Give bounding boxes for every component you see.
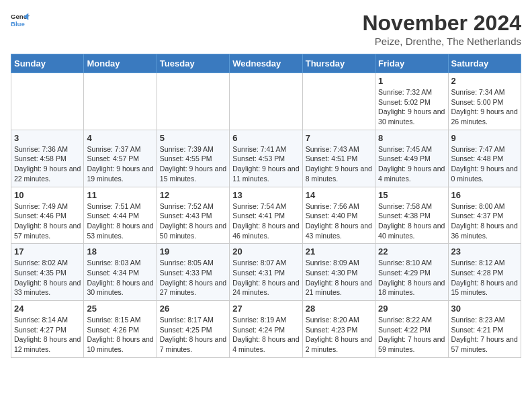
calendar-cell: 6Sunrise: 7:41 AM Sunset: 4:53 PM Daylig… [230, 130, 302, 187]
day-number: 30 [451, 304, 518, 314]
calendar-cell: 3Sunrise: 7:36 AM Sunset: 4:58 PM Daylig… [11, 130, 84, 187]
day-info: Sunrise: 7:56 AM Sunset: 4:40 PM Dayligh… [306, 201, 372, 241]
calendar-cell: 13Sunrise: 7:54 AM Sunset: 4:41 PM Dayli… [230, 187, 302, 244]
day-number: 13 [232, 190, 299, 200]
day-info: Sunrise: 7:39 AM Sunset: 4:55 PM Dayligh… [160, 144, 226, 184]
day-info: Sunrise: 7:43 AM Sunset: 4:51 PM Dayligh… [306, 144, 372, 184]
calendar-cell: 11Sunrise: 7:51 AM Sunset: 4:44 PM Dayli… [84, 187, 157, 244]
weekday-header-friday: Friday [375, 54, 448, 73]
calendar-cell: 18Sunrise: 8:03 AM Sunset: 4:34 PM Dayli… [84, 244, 157, 301]
day-info: Sunrise: 7:47 AM Sunset: 4:48 PM Dayligh… [451, 144, 518, 184]
calendar-cell: 2Sunrise: 7:34 AM Sunset: 5:00 PM Daylig… [448, 73, 521, 130]
day-number: 16 [451, 190, 518, 200]
calendar-week-row: 1Sunrise: 7:32 AM Sunset: 5:02 PM Daylig… [11, 73, 521, 130]
weekday-header-saturday: Saturday [448, 54, 521, 73]
calendar-header: SundayMondayTuesdayWednesdayThursdayFrid… [11, 54, 521, 73]
day-info: Sunrise: 8:14 AM Sunset: 4:27 PM Dayligh… [14, 315, 81, 355]
day-info: Sunrise: 7:45 AM Sunset: 4:49 PM Dayligh… [378, 144, 445, 184]
day-number: 3 [14, 133, 81, 143]
logo-icon: General Blue [11, 11, 30, 30]
day-info: Sunrise: 7:51 AM Sunset: 4:44 PM Dayligh… [87, 201, 153, 241]
day-info: Sunrise: 8:20 AM Sunset: 4:23 PM Dayligh… [306, 315, 372, 355]
svg-text:Blue: Blue [11, 20, 25, 28]
day-number: 29 [378, 304, 445, 314]
day-info: Sunrise: 7:32 AM Sunset: 5:02 PM Dayligh… [378, 87, 445, 127]
day-info: Sunrise: 8:00 AM Sunset: 4:37 PM Dayligh… [451, 201, 518, 241]
calendar-cell: 5Sunrise: 7:39 AM Sunset: 4:55 PM Daylig… [157, 130, 229, 187]
day-number: 25 [87, 304, 153, 314]
calendar-week-row: 3Sunrise: 7:36 AM Sunset: 4:58 PM Daylig… [11, 130, 521, 187]
calendar-cell: 1Sunrise: 7:32 AM Sunset: 5:02 PM Daylig… [375, 73, 448, 130]
calendar-cell: 23Sunrise: 8:12 AM Sunset: 4:28 PM Dayli… [448, 244, 521, 301]
month-title: November 2024 [362, 11, 521, 36]
day-info: Sunrise: 8:12 AM Sunset: 4:28 PM Dayligh… [451, 258, 518, 298]
calendar-cell: 7Sunrise: 7:43 AM Sunset: 4:51 PM Daylig… [302, 130, 375, 187]
day-info: Sunrise: 7:37 AM Sunset: 4:57 PM Dayligh… [87, 144, 153, 184]
calendar-cell: 15Sunrise: 7:58 AM Sunset: 4:38 PM Dayli… [375, 187, 448, 244]
day-number: 17 [14, 246, 81, 257]
day-info: Sunrise: 7:36 AM Sunset: 4:58 PM Dayligh… [14, 144, 81, 184]
weekday-header-row: SundayMondayTuesdayWednesdayThursdayFrid… [11, 54, 521, 73]
calendar-cell: 28Sunrise: 8:20 AM Sunset: 4:23 PM Dayli… [302, 301, 375, 358]
calendar-cell: 19Sunrise: 8:05 AM Sunset: 4:33 PM Dayli… [157, 244, 229, 301]
day-info: Sunrise: 8:19 AM Sunset: 4:24 PM Dayligh… [232, 315, 299, 355]
weekday-header-sunday: Sunday [11, 54, 84, 73]
calendar-cell: 14Sunrise: 7:56 AM Sunset: 4:40 PM Dayli… [302, 187, 375, 244]
calendar-table: SundayMondayTuesdayWednesdayThursdayFrid… [11, 54, 521, 358]
day-info: Sunrise: 7:41 AM Sunset: 4:53 PM Dayligh… [232, 144, 299, 184]
day-number: 12 [160, 190, 226, 200]
day-info: Sunrise: 8:09 AM Sunset: 4:30 PM Dayligh… [306, 258, 372, 298]
day-info: Sunrise: 7:49 AM Sunset: 4:46 PM Dayligh… [14, 201, 81, 241]
day-info: Sunrise: 8:07 AM Sunset: 4:31 PM Dayligh… [232, 258, 299, 298]
page-header: General Blue November 2024 Peize, Drenth… [11, 11, 521, 47]
day-info: Sunrise: 8:23 AM Sunset: 4:21 PM Dayligh… [451, 315, 518, 355]
day-number: 2 [451, 76, 518, 86]
day-number: 27 [232, 304, 299, 314]
day-number: 7 [306, 133, 372, 143]
day-info: Sunrise: 8:05 AM Sunset: 4:33 PM Dayligh… [160, 258, 226, 298]
calendar-cell: 24Sunrise: 8:14 AM Sunset: 4:27 PM Dayli… [11, 301, 84, 358]
calendar-cell: 25Sunrise: 8:15 AM Sunset: 4:26 PM Dayli… [84, 301, 157, 358]
calendar-cell: 27Sunrise: 8:19 AM Sunset: 4:24 PM Dayli… [230, 301, 302, 358]
calendar-cell [157, 73, 229, 130]
weekday-header-wednesday: Wednesday [230, 54, 302, 73]
day-number: 9 [451, 133, 518, 143]
calendar-cell [230, 73, 302, 130]
weekday-header-thursday: Thursday [302, 54, 375, 73]
day-number: 18 [87, 246, 153, 257]
day-info: Sunrise: 8:02 AM Sunset: 4:35 PM Dayligh… [14, 258, 81, 298]
day-number: 23 [451, 246, 518, 257]
calendar-cell [84, 73, 157, 130]
logo: General Blue [11, 11, 30, 30]
day-info: Sunrise: 8:15 AM Sunset: 4:26 PM Dayligh… [87, 315, 153, 355]
day-info: Sunrise: 8:17 AM Sunset: 4:25 PM Dayligh… [160, 315, 226, 355]
calendar-cell: 21Sunrise: 8:09 AM Sunset: 4:30 PM Dayli… [302, 244, 375, 301]
weekday-header-monday: Monday [84, 54, 157, 73]
day-number: 20 [232, 246, 299, 257]
calendar-week-row: 24Sunrise: 8:14 AM Sunset: 4:27 PM Dayli… [11, 301, 521, 358]
calendar-body: 1Sunrise: 7:32 AM Sunset: 5:02 PM Daylig… [11, 73, 521, 358]
calendar-cell: 17Sunrise: 8:02 AM Sunset: 4:35 PM Dayli… [11, 244, 84, 301]
day-number: 4 [87, 133, 153, 143]
calendar-cell: 9Sunrise: 7:47 AM Sunset: 4:48 PM Daylig… [448, 130, 521, 187]
day-info: Sunrise: 8:10 AM Sunset: 4:29 PM Dayligh… [378, 258, 445, 298]
calendar-cell: 30Sunrise: 8:23 AM Sunset: 4:21 PM Dayli… [448, 301, 521, 358]
calendar-cell: 10Sunrise: 7:49 AM Sunset: 4:46 PM Dayli… [11, 187, 84, 244]
day-number: 14 [306, 190, 372, 200]
calendar-cell: 8Sunrise: 7:45 AM Sunset: 4:49 PM Daylig… [375, 130, 448, 187]
day-info: Sunrise: 7:34 AM Sunset: 5:00 PM Dayligh… [451, 87, 518, 127]
day-info: Sunrise: 8:03 AM Sunset: 4:34 PM Dayligh… [87, 258, 153, 298]
day-info: Sunrise: 7:58 AM Sunset: 4:38 PM Dayligh… [378, 201, 445, 241]
day-number: 22 [378, 246, 445, 257]
day-number: 10 [14, 190, 81, 200]
calendar-week-row: 10Sunrise: 7:49 AM Sunset: 4:46 PM Dayli… [11, 187, 521, 244]
day-number: 1 [378, 76, 445, 86]
day-number: 24 [14, 304, 81, 314]
day-number: 19 [160, 246, 226, 257]
calendar-cell: 26Sunrise: 8:17 AM Sunset: 4:25 PM Dayli… [157, 301, 229, 358]
calendar-cell: 12Sunrise: 7:52 AM Sunset: 4:43 PM Dayli… [157, 187, 229, 244]
day-number: 8 [378, 133, 445, 143]
location: Peize, Drenthe, The Netherlands [362, 36, 521, 47]
weekday-header-tuesday: Tuesday [157, 54, 229, 73]
title-block: November 2024 Peize, Drenthe, The Nether… [362, 11, 521, 47]
